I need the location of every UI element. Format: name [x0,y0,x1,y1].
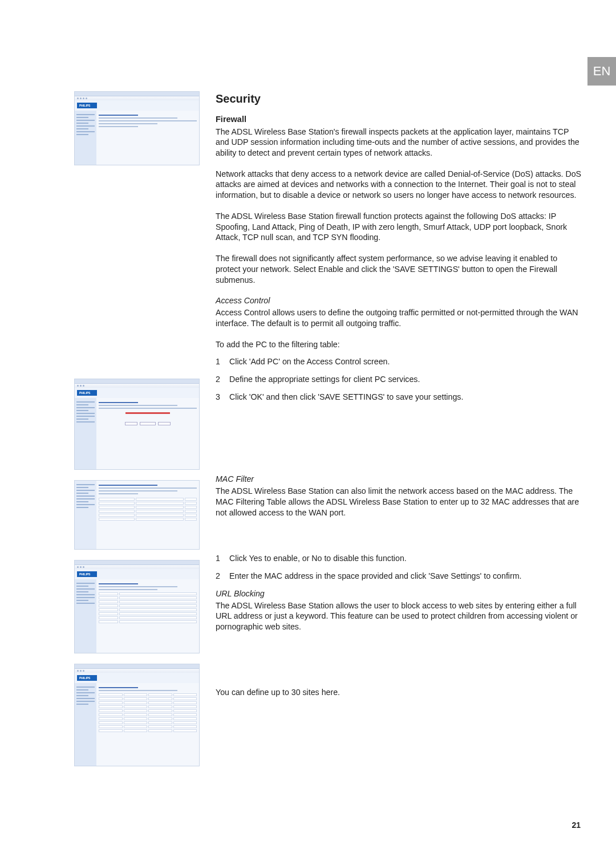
firewall-settings-screenshot: PHILIPS [74,91,200,165]
step-item: 2Enter the MAC address in the space prov… [216,571,582,582]
firewall-para-4: The firewall does not significantly affe… [216,253,582,285]
brand-label: PHILIPS [77,103,97,108]
page-number: 21 [572,820,581,830]
access-control-addpc-screenshot [74,480,200,550]
step-item: 1Click Yes to enable, or No to disable t… [216,553,582,564]
step-item: 1Click 'Add PC' on the Access Control sc… [216,356,582,367]
url-blocking-para-2: You can define up to 30 sites here. [216,687,582,698]
access-control-heading: Access Control [216,295,582,306]
brand-label: PHILIPS [77,571,97,577]
mac-filter-screenshot: PHILIPS [74,560,200,653]
page-content: PHILIPS PHILIPS [74,91,582,766]
access-control-steps: 1Click 'Add PC' on the Access Control sc… [216,356,582,402]
text-column: Security Firewall The ADSL Wireless Base… [216,91,582,766]
access-control-lead: To add the PC to the filtering table: [216,339,582,350]
access-control-para: Access Control allows users to define th… [216,307,582,328]
step-text: Enter the MAC address in the space provi… [229,571,521,582]
firewall-para-1: The ADSL Wireless Base Station's firewal… [216,127,582,159]
step-text: Define the appropriate settings for clie… [229,374,420,385]
mac-filter-heading: MAC Filter [216,474,582,485]
screenshot-column: PHILIPS PHILIPS [74,91,200,766]
url-blocking-para-1: The ADSL Wireless Base Station allows th… [216,600,582,632]
firewall-para-3: The ADSL Wireless Base Station firewall … [216,211,582,243]
brand-label: PHILIPS [77,675,97,681]
firewall-heading: Firewall [216,114,582,125]
url-blocking-heading: URL Blocking [216,588,582,599]
step-item: 3Click 'OK' and then click 'SAVE SETTING… [216,392,582,403]
mac-filter-steps: 1Click Yes to enable, or No to disable t… [216,553,582,581]
section-title: Security [216,91,582,106]
step-item: 2Define the appropriate settings for cli… [216,374,582,385]
step-text: Click 'OK' and then click 'SAVE SETTINGS… [229,392,463,403]
url-blocking-screenshot: PHILIPS [74,664,200,766]
step-text: Click 'Add PC' on the Access Control scr… [229,356,390,367]
access-control-screenshot: PHILIPS [74,379,200,470]
step-text: Click Yes to enable, or No to disable th… [229,553,407,564]
brand-label: PHILIPS [77,390,97,396]
mac-filter-para: The ADSL Wireless Base Station can also … [216,486,582,518]
language-tab: EN [587,57,616,86]
firewall-para-2: Network attacks that deny access to a ne… [216,169,582,201]
